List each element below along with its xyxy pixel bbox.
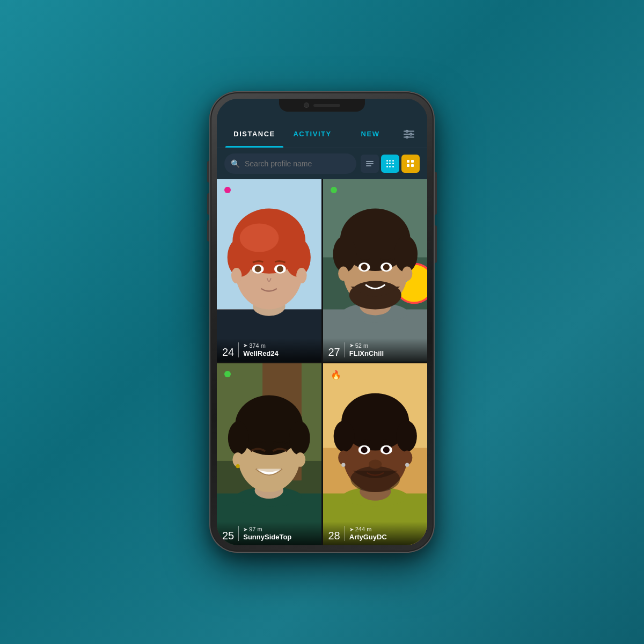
- svg-point-64: [350, 466, 400, 492]
- tab-new[interactable]: NEW: [341, 120, 399, 148]
- profile-age-4: 28: [328, 530, 340, 541]
- profile-name-3: SunnySideTop: [243, 533, 291, 541]
- tab-activity[interactable]: ACTIVITY: [283, 120, 341, 148]
- search-input[interactable]: [224, 153, 356, 174]
- svg-point-66: [361, 447, 367, 453]
- profile-card-1[interactable]: 24 ➤ 374 m WellRed24: [217, 179, 321, 362]
- svg-point-51: [289, 421, 310, 455]
- grid-large-icon: [407, 160, 414, 167]
- svg-point-39: [383, 264, 389, 270]
- phone-screen: DISTANCE ACTIVITY NEW: [217, 99, 427, 545]
- svg-point-16: [240, 223, 279, 252]
- profile-grid: 24 ➤ 374 m WellRed24: [217, 179, 427, 545]
- tab-new-label: NEW: [361, 130, 380, 138]
- profile-card-3[interactable]: 25 ➤ 97 m SunnySideTop: [217, 363, 321, 546]
- svg-point-22: [296, 268, 306, 283]
- svg-point-50: [228, 421, 249, 455]
- profile-info-3: 25 ➤ 97 m SunnySideTop: [217, 522, 321, 545]
- profile-photo-1: [217, 179, 321, 362]
- profile-info-2: 27 ➤ 52 m FLIXnChill: [323, 338, 428, 362]
- phone-notch: [279, 99, 365, 112]
- svg-point-20: [277, 266, 283, 272]
- svg-point-70: [338, 450, 348, 465]
- profile-age-3: 25: [222, 530, 234, 541]
- svg-point-71: [341, 463, 345, 466]
- svg-point-72: [401, 450, 412, 465]
- svg-point-63: [396, 420, 417, 451]
- filter-icon: [403, 128, 415, 140]
- profile-photo-3: [217, 363, 321, 546]
- grid-small-icon: [386, 160, 394, 167]
- face-svg-3: [217, 363, 321, 546]
- status-indicator-4: 🔥: [331, 371, 341, 379]
- search-icon: 🔍: [231, 159, 240, 168]
- filter-button[interactable]: [399, 125, 419, 144]
- tab-distance[interactable]: DISTANCE: [225, 120, 283, 148]
- face-svg-2: [323, 179, 428, 362]
- face-svg-4: [323, 363, 428, 546]
- profile-age-1: 24: [222, 347, 234, 357]
- svg-point-37: [361, 264, 367, 270]
- profile-name-4: ArtyGuyDC: [349, 533, 387, 541]
- profile-distance-3: ➤ 97 m: [243, 526, 291, 532]
- status-indicator-2: [331, 187, 337, 193]
- app-container: DISTANCE ACTIVITY NEW: [217, 99, 427, 545]
- profile-name-1: WellRed24: [243, 349, 279, 357]
- tab-distance-label: DISTANCE: [233, 130, 275, 138]
- status-indicator-3: [224, 371, 231, 377]
- phone-device: DISTANCE ACTIVITY NEW: [209, 91, 435, 553]
- profile-age-2: 27: [328, 347, 340, 357]
- profile-distance-2: ➤ 52 m: [349, 342, 384, 349]
- face-svg-1: [217, 179, 321, 362]
- search-wrapper: 🔍: [224, 153, 356, 174]
- view-toggles: [361, 155, 420, 173]
- svg-point-62: [333, 420, 354, 451]
- svg-point-21: [231, 268, 241, 283]
- camera: [304, 103, 309, 108]
- svg-point-18: [255, 266, 261, 272]
- svg-point-68: [383, 447, 389, 453]
- tab-navigation: DISTANCE ACTIVITY NEW: [217, 120, 427, 148]
- svg-point-40: [338, 266, 348, 281]
- svg-point-69: [369, 459, 382, 469]
- profile-info-4: 28 ➤ 244 m ArtyGuyDC: [323, 522, 428, 545]
- grid-small-view-button[interactable]: [381, 155, 399, 173]
- svg-point-41: [401, 266, 412, 281]
- svg-point-53: [236, 464, 239, 467]
- svg-point-73: [405, 463, 409, 466]
- profile-info-1: 24 ➤ 374 m WellRed24: [217, 338, 321, 362]
- search-bar-row: 🔍: [217, 148, 427, 179]
- tab-activity-label: ACTIVITY: [293, 130, 331, 138]
- phone-frame: DISTANCE ACTIVITY NEW: [209, 91, 435, 553]
- grid-large-view-button[interactable]: [401, 155, 420, 173]
- list-icon: [366, 161, 374, 166]
- profile-name-2: FLIXnChill: [349, 349, 384, 357]
- svg-point-54: [295, 452, 305, 467]
- profile-distance-4: ➤ 244 m: [349, 526, 387, 532]
- list-view-button[interactable]: [361, 155, 379, 173]
- profile-photo-4: [323, 363, 428, 546]
- profile-photo-2: [323, 179, 428, 362]
- profile-card-2[interactable]: 27 ➤ 52 m FLIXnChill: [323, 179, 428, 362]
- status-indicator-1: [224, 187, 231, 193]
- speaker: [313, 104, 340, 107]
- profile-card-4[interactable]: 🔥 28 ➤ 244 m ArtyGuyDC: [323, 363, 428, 546]
- profile-distance-1: ➤ 374 m: [243, 342, 279, 349]
